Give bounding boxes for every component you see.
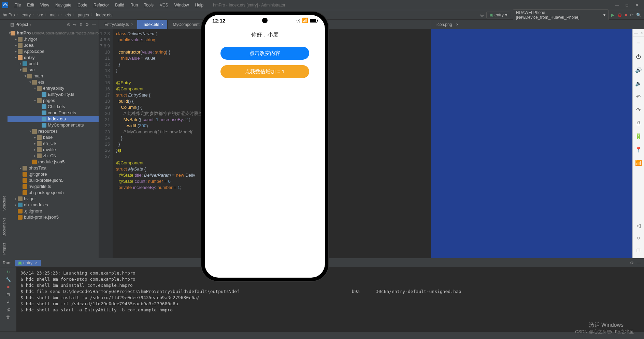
tree-node[interactable]: ▸en_US bbox=[8, 141, 99, 147]
tree-node[interactable]: Index.ets bbox=[8, 116, 99, 122]
device-icon[interactable]: ◎ bbox=[480, 13, 484, 17]
menu-code[interactable]: Code bbox=[75, 2, 90, 9]
tree-node[interactable]: ▸zh_CN bbox=[8, 153, 99, 159]
tree-node[interactable]: ▾pages bbox=[8, 98, 99, 104]
tree-node[interactable]: .gitignore bbox=[8, 171, 99, 177]
stripe-structure[interactable]: Structure bbox=[2, 195, 6, 211]
emu-wifi-icon[interactable]: 📶 bbox=[635, 160, 642, 166]
debug-icon[interactable]: 🐞 bbox=[617, 13, 622, 17]
menu-navigate[interactable]: Navigate bbox=[53, 2, 74, 9]
tree-node[interactable]: module.json5 bbox=[8, 159, 99, 165]
stripe-project[interactable]: Project bbox=[2, 243, 6, 255]
stripe-bookmarks[interactable]: Bookmarks bbox=[2, 218, 6, 236]
close-icon[interactable]: × bbox=[161, 22, 164, 27]
rerun-icon[interactable]: ↻ bbox=[5, 269, 11, 275]
minimize-icon[interactable]: — bbox=[615, 3, 619, 8]
tree-node[interactable]: ▸AppScope bbox=[8, 48, 99, 55]
tree-node[interactable]: ▸build bbox=[8, 61, 99, 67]
crumb[interactable]: src bbox=[38, 13, 43, 17]
tree-root[interactable]: ▾hmProD:\devCode\HarmonyOsProjects\hmPro bbox=[8, 30, 99, 36]
tree-node[interactable]: ▾resources bbox=[8, 128, 99, 134]
emu-screenshot-icon[interactable]: ⎙ bbox=[637, 120, 640, 126]
tree-node[interactable]: ▾ets bbox=[8, 79, 99, 85]
run-hide-icon[interactable]: — bbox=[637, 261, 641, 265]
menu-vcs[interactable]: VCS bbox=[157, 2, 171, 9]
tree-node[interactable]: .gitignore bbox=[8, 208, 99, 214]
tree-node[interactable]: hvigorfile.ts bbox=[8, 183, 99, 190]
menu-run[interactable]: Run bbox=[128, 2, 141, 9]
tree-node[interactable]: countPage.ets bbox=[8, 110, 99, 116]
run-tab-entry[interactable]: ▣entry× bbox=[15, 260, 41, 266]
tree-node[interactable]: ▾main bbox=[8, 73, 99, 79]
emu-rotate-left-icon[interactable]: ↶ bbox=[636, 93, 641, 100]
menu-refactor[interactable]: Refactor bbox=[91, 2, 112, 9]
locate-icon[interactable]: ⊙ bbox=[67, 22, 70, 27]
run-icon[interactable]: ▶ bbox=[611, 13, 614, 17]
trash-icon[interactable]: 🗑 bbox=[5, 314, 11, 320]
expand-icon[interactable]: ⇔ bbox=[73, 22, 76, 27]
tree-node[interactable]: EntryAbility.ts bbox=[8, 91, 99, 98]
tree-node[interactable]: MyComponent.ets bbox=[8, 122, 99, 128]
crumb[interactable]: hmPro bbox=[3, 13, 15, 17]
emu-close-icon[interactable]: × bbox=[640, 31, 643, 35]
stop-icon[interactable]: ■ bbox=[5, 284, 11, 290]
tree-node[interactable]: build-profile.json5 bbox=[8, 177, 99, 183]
project-tree[interactable]: ▾hmProD:\devCode\HarmonyOsProjects\hmPro… bbox=[8, 29, 99, 258]
tree-node[interactable]: ▸.idea bbox=[8, 42, 99, 48]
emu-rotate-right-icon[interactable]: ↷ bbox=[636, 107, 641, 113]
crumb[interactable]: main bbox=[50, 13, 59, 17]
tree-node[interactable]: ▸ohosTest bbox=[8, 165, 99, 171]
emu-home-icon[interactable]: ○ bbox=[637, 235, 640, 241]
stop-icon[interactable]: ■ bbox=[625, 13, 627, 17]
close-icon[interactable]: × bbox=[131, 22, 133, 27]
tree-node[interactable]: ▸rawfile bbox=[8, 147, 99, 153]
tree-node[interactable]: ▸oh_modules bbox=[8, 202, 99, 208]
crumb-current[interactable]: Index.ets bbox=[96, 13, 113, 17]
tree-node[interactable]: build-profile.json5 bbox=[8, 214, 99, 220]
menu-tools[interactable]: Tools bbox=[141, 2, 156, 9]
emu-menu-icon[interactable]: ≡ bbox=[637, 41, 640, 47]
run-tool-icon[interactable]: 🔧 bbox=[5, 277, 11, 282]
emu-battery-icon[interactable]: 🔋 bbox=[635, 133, 642, 139]
emu-volup-icon[interactable]: 🔊 bbox=[635, 67, 642, 73]
crumb[interactable]: entry bbox=[22, 13, 31, 17]
tree-node[interactable]: ▾src bbox=[8, 67, 99, 73]
tree-node[interactable]: ▸hvigor bbox=[8, 196, 99, 202]
tree-node[interactable]: ▾entry bbox=[8, 55, 99, 61]
menu-help[interactable]: Help bbox=[192, 2, 206, 9]
menu-file[interactable]: FFileile bbox=[12, 2, 24, 9]
emu-power-icon[interactable]: ⏻ bbox=[636, 54, 641, 60]
device-dropdown[interactable]: HUAWEI Phone [NewDevice_from_Huawei_Phon… bbox=[513, 9, 609, 21]
menu-build[interactable]: Build bbox=[112, 2, 127, 9]
crumb[interactable]: ets bbox=[66, 13, 71, 17]
emu-location-icon[interactable]: 📍 bbox=[635, 146, 642, 153]
close-icon[interactable]: × bbox=[35, 261, 38, 265]
emu-min-icon[interactable]: — bbox=[634, 31, 638, 35]
emu-recent-icon[interactable]: □ bbox=[637, 247, 640, 253]
menu-view[interactable]: View bbox=[38, 2, 52, 9]
settings-icon[interactable]: ⚙ bbox=[85, 22, 89, 27]
run-settings-icon[interactable]: ⚙ bbox=[630, 261, 634, 265]
close-icon[interactable]: ✕ bbox=[635, 3, 639, 8]
hide-icon[interactable]: — bbox=[92, 22, 96, 27]
tree-node[interactable]: ▾entryability bbox=[8, 85, 99, 91]
tree-node[interactable]: ▸base bbox=[8, 134, 99, 141]
search-icon[interactable]: 🔍 bbox=[636, 13, 641, 17]
tree-node[interactable]: ▸.hvigor bbox=[8, 36, 99, 42]
print-icon[interactable]: 🖨 bbox=[5, 307, 11, 312]
menu-window[interactable]: Window bbox=[172, 2, 192, 9]
tree-node[interactable]: oh-package.json5 bbox=[8, 190, 99, 196]
close-icon[interactable]: × bbox=[456, 22, 458, 27]
tab-entryability[interactable]: EntryAbility.ts× bbox=[99, 20, 137, 29]
tab-icon-png[interactable]: icon.png× bbox=[434, 22, 458, 27]
sync-icon[interactable]: ⟳ bbox=[630, 13, 633, 17]
collapse-icon[interactable]: ⇕ bbox=[79, 22, 83, 27]
emu-back-icon[interactable]: ◁ bbox=[636, 222, 641, 229]
run-console[interactable]: 06/14 23:25:23: Launching com.example.hm… bbox=[16, 267, 644, 331]
tab-index[interactable]: Index.ets× bbox=[137, 20, 168, 29]
tree-node[interactable]: Child.ets bbox=[8, 104, 99, 110]
run-config-dropdown[interactable]: ▣entry▾ bbox=[486, 12, 510, 18]
crumb[interactable]: pages bbox=[78, 13, 89, 17]
maximize-icon[interactable]: □ bbox=[626, 3, 628, 8]
menu-edit[interactable]: Edit bbox=[24, 2, 37, 9]
